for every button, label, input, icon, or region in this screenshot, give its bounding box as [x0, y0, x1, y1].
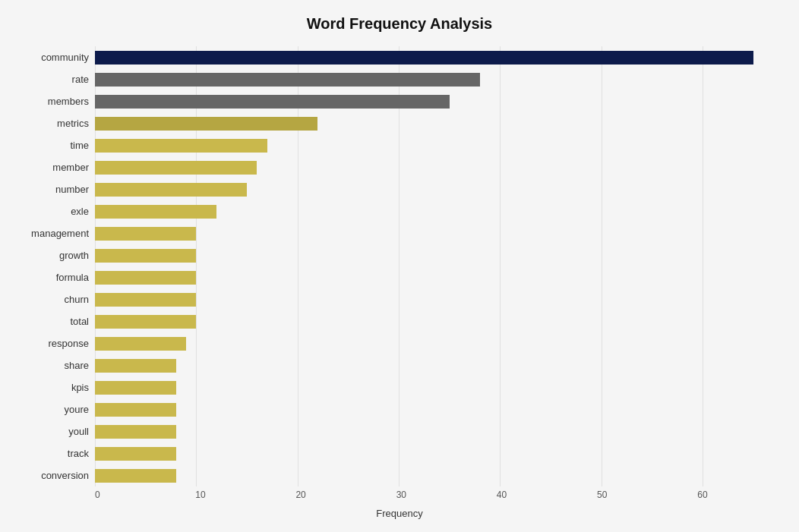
bar-row — [95, 378, 784, 398]
y-label: formula — [56, 268, 89, 288]
x-tick: 20 — [295, 490, 305, 500]
x-tick: 60 — [697, 490, 707, 500]
y-label: track — [68, 444, 89, 464]
bar — [95, 161, 257, 175]
bar-row — [95, 268, 784, 288]
x-axis-ticks: 0102030405060 — [101, 490, 784, 505]
x-tick: 0 — [95, 490, 100, 500]
y-label: exle — [71, 202, 89, 222]
bar-row — [95, 422, 784, 442]
x-tick: 50 — [597, 490, 607, 500]
x-tick: 30 — [396, 490, 406, 500]
bar-row — [95, 400, 784, 420]
bar — [95, 359, 176, 373]
x-tick: 40 — [497, 490, 507, 500]
bar — [95, 227, 196, 241]
y-label: members — [48, 92, 89, 112]
bar-row — [95, 444, 784, 464]
y-label: member — [52, 158, 89, 178]
bar — [95, 271, 196, 285]
y-label: kpis — [71, 378, 89, 398]
y-axis-labels: communityratemembersmetricstimemembernum… — [15, 46, 95, 486]
y-label: share — [64, 356, 89, 376]
bar-row — [95, 180, 784, 200]
bar — [95, 469, 176, 483]
y-label: growth — [59, 246, 89, 266]
bar-row — [95, 48, 784, 68]
bar-row — [95, 290, 784, 310]
bar-row — [95, 224, 784, 244]
bar-row — [95, 246, 784, 266]
bar — [95, 403, 176, 417]
bar-row — [95, 312, 784, 332]
bars-column — [95, 46, 784, 486]
bar-row — [95, 114, 784, 134]
chart-title: Word Frequency Analysis — [15, 15, 784, 33]
bar-row — [95, 334, 784, 354]
x-axis-title: Frequency — [15, 508, 784, 519]
bar — [95, 117, 317, 131]
bar — [95, 51, 753, 65]
y-label: number — [55, 180, 89, 200]
y-label: metrics — [57, 114, 89, 134]
bar-row — [95, 70, 784, 90]
bar — [95, 381, 176, 395]
y-label: total — [70, 312, 89, 332]
bar — [95, 425, 176, 439]
bar-row — [95, 466, 784, 486]
bar-row — [95, 356, 784, 376]
bar-row — [95, 158, 784, 178]
bar — [95, 73, 480, 87]
bar-row — [95, 92, 784, 112]
bars-and-grid — [95, 46, 784, 486]
chart-area: communityratemembersmetricstimemembernum… — [15, 46, 784, 486]
bar — [95, 249, 196, 263]
bar — [95, 337, 186, 351]
bar — [95, 183, 247, 197]
y-label: churn — [64, 290, 89, 310]
y-label: conversion — [41, 466, 89, 486]
bar — [95, 205, 216, 219]
bar-row — [95, 136, 784, 156]
y-label: youll — [68, 422, 89, 442]
chart-container: Word Frequency Analysis communityratemem… — [0, 0, 799, 532]
bar — [95, 95, 450, 109]
y-label: time — [70, 136, 89, 156]
y-label: community — [41, 48, 89, 68]
bar-row — [95, 202, 784, 222]
y-label: rate — [72, 70, 89, 90]
x-tick: 10 — [195, 490, 205, 500]
y-label: management — [31, 224, 89, 244]
y-label: response — [49, 334, 89, 354]
bar — [95, 315, 196, 329]
bar — [95, 293, 196, 307]
bar — [95, 447, 176, 461]
bar — [95, 139, 267, 153]
y-label: youre — [64, 400, 89, 420]
